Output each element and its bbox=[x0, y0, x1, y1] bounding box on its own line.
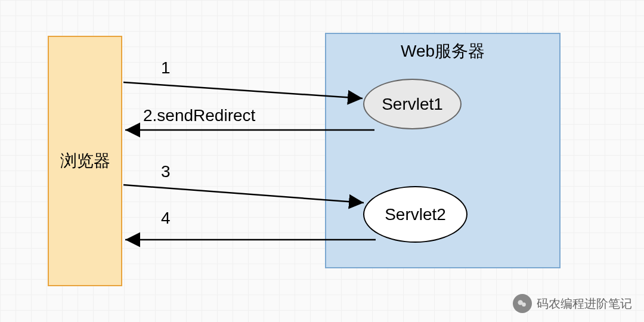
servlet1-label: Servlet1 bbox=[382, 95, 443, 114]
svg-point-5 bbox=[522, 302, 526, 306]
browser-label: 浏览器 bbox=[60, 150, 110, 172]
watermark-text: 码农编程进阶笔记 bbox=[537, 296, 632, 312]
arrow-label-3: 3 bbox=[161, 162, 171, 181]
arrow-label-2: 2.sendRedirect bbox=[143, 106, 255, 125]
browser-box: 浏览器 bbox=[48, 36, 122, 286]
arrow-label-4: 4 bbox=[161, 209, 171, 228]
servlet2-label: Servlet2 bbox=[385, 205, 446, 224]
servlet1-node: Servlet1 bbox=[363, 79, 462, 129]
server-title: Web服务器 bbox=[401, 40, 485, 63]
servlet2-node: Servlet2 bbox=[363, 186, 467, 243]
wechat-icon bbox=[513, 294, 532, 313]
server-box: Web服务器 Servlet1 Servlet2 bbox=[325, 33, 561, 268]
arrow-label-1: 1 bbox=[161, 58, 171, 78]
watermark: 码农编程进阶笔记 bbox=[513, 294, 632, 313]
